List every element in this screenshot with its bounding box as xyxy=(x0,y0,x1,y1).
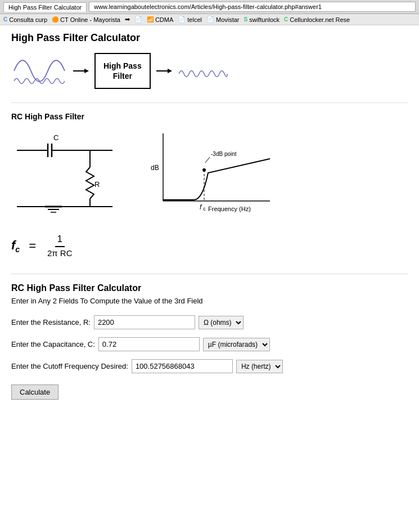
formula-fc-label: fc xyxy=(11,238,20,254)
capacitance-label: Enter the Capacitance, C: xyxy=(11,340,95,348)
frequency-row: Enter the Cutoff Frequency Desired: Hz (… xyxy=(11,359,408,373)
filter-diagram: High PassFilter xyxy=(11,53,408,89)
bookmark-icon-ct: 🟠 xyxy=(52,16,58,23)
arrow-right-2 xyxy=(156,66,172,75)
input-wave-svg xyxy=(11,54,67,88)
bookmark-cdma[interactable]: 📶 CDMA xyxy=(147,16,173,23)
rc-section-title: RC High Pass Filter xyxy=(11,112,408,121)
rc-diagram-row: C R xyxy=(11,128,408,218)
svg-text:Frequency (Hz): Frequency (Hz) xyxy=(208,205,251,212)
formula-numerator: 1 xyxy=(55,234,65,247)
svg-marker-1 xyxy=(84,69,89,73)
bookmark-cellunlocker[interactable]: C Cellunlocker.net Rese xyxy=(284,16,350,23)
bookmark-movistar[interactable]: 📄 Movistar xyxy=(206,16,240,23)
svg-text:-3dB point: -3dB point xyxy=(211,151,237,157)
url-bar[interactable]: www.learningaboutelectronics.com/Article… xyxy=(89,2,416,12)
output-wave-svg xyxy=(178,54,228,88)
svg-text:R: R xyxy=(94,180,100,189)
arrow-right-1 xyxy=(73,66,89,75)
svg-text:dB: dB xyxy=(151,164,159,172)
page-title: High Pass Filter Calculator xyxy=(11,32,408,44)
bookmark-icon-cdma: 📶 xyxy=(147,16,154,23)
resistance-label: Enter the Resistance, R: xyxy=(11,318,91,327)
calc-section-title: RC High Pass Filter Calculator xyxy=(11,283,408,293)
bookmarks-bar: C Consulta curp 🟠 CT Online - Mayorista … xyxy=(0,14,419,25)
svg-text:c: c xyxy=(203,206,206,212)
svg-marker-3 xyxy=(168,69,172,73)
bookmark-icon-swift: S xyxy=(244,16,248,23)
bookmark-swift[interactable]: S swiftunlock xyxy=(244,16,280,23)
filter-box: High PassFilter xyxy=(94,53,151,89)
browser-chrome: High Pass Filter Calculator www.learning… xyxy=(0,0,419,14)
formula-equals: = xyxy=(29,239,36,253)
calculate-button[interactable]: Calculate xyxy=(11,385,58,400)
svg-text:C: C xyxy=(53,133,58,142)
frequency-unit-select[interactable]: Hz (hertz) xyxy=(236,360,283,373)
resistance-input[interactable] xyxy=(94,315,195,329)
calc-description: Enter in Any 2 Fields To Compute the Val… xyxy=(11,297,408,305)
bookmark-consulta[interactable]: C Consulta curp xyxy=(3,16,47,23)
frequency-input[interactable] xyxy=(132,359,233,373)
freq-response-svg: dB Frequency (Hz) f c -3dB point xyxy=(141,128,276,218)
frequency-label: Enter the Cutoff Frequency Desired: xyxy=(11,362,128,370)
svg-line-25 xyxy=(205,157,210,163)
svg-text:f: f xyxy=(200,203,202,211)
rc-circuit-svg: C R xyxy=(11,128,124,218)
divider-1 xyxy=(11,102,408,103)
bookmark-ct[interactable]: 🟠 CT Online - Mayorista xyxy=(52,16,120,23)
bookmark-file[interactable]: 📄 xyxy=(134,16,142,23)
capacitance-input[interactable] xyxy=(98,337,200,351)
bookmark-arrow[interactable]: ➡ xyxy=(125,16,130,23)
bookmark-icon-consulta: C xyxy=(3,16,7,23)
divider-2 xyxy=(11,274,408,274)
browser-tab[interactable]: High Pass Filter Calculator xyxy=(3,2,87,12)
formula-section: fc = 1 2π RC xyxy=(11,234,408,258)
capacitance-row: Enter the Capacitance, C: µF (microfarad… xyxy=(11,337,408,351)
bookmark-icon-cellunlocker: C xyxy=(284,16,288,23)
resistance-row: Enter the Resistance, R: Ω (ohms) xyxy=(11,315,408,329)
resistance-unit-select[interactable]: Ω (ohms) xyxy=(199,316,244,329)
capacitance-unit-select[interactable]: µF (microfarads) xyxy=(203,338,270,351)
bookmark-telcel[interactable]: 📄 telcel xyxy=(178,16,202,23)
svg-point-27 xyxy=(202,168,206,172)
formula-fraction: 1 2π RC xyxy=(45,234,75,258)
formula-denominator: 2π RC xyxy=(45,247,75,258)
main-content: High Pass Filter Calculator High PassFil… xyxy=(0,25,419,406)
